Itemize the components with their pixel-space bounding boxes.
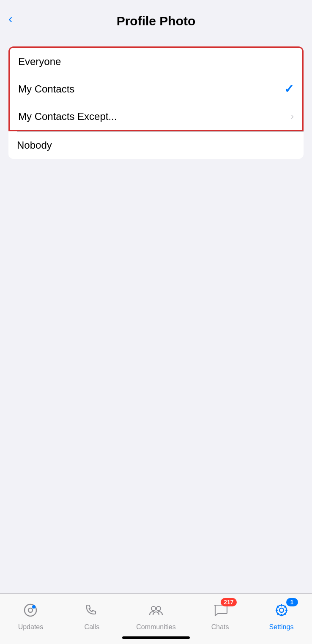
option-my-contacts-except[interactable]: My Contacts Except... ›: [10, 103, 302, 130]
tab-calls[interactable]: Calls: [75, 600, 109, 631]
chevron-right-icon: ›: [291, 111, 294, 122]
svg-point-1: [28, 608, 33, 612]
option-everyone[interactable]: Everyone: [10, 48, 302, 75]
home-indicator: [122, 636, 190, 639]
tab-updates-label: Updates: [18, 623, 44, 631]
chats-badge: 217: [221, 598, 236, 606]
highlighted-options-group: Everyone My Contacts ✓ My Contacts Excep…: [8, 46, 304, 131]
svg-point-4: [156, 606, 161, 611]
option-nobody[interactable]: Nobody: [8, 131, 304, 159]
tab-communities-label: Communities: [136, 623, 175, 631]
checkmark-icon: ✓: [284, 82, 294, 96]
tab-settings[interactable]: 1 Settings: [265, 600, 298, 631]
tab-settings-label: Settings: [269, 623, 294, 631]
svg-point-3: [151, 606, 156, 611]
back-button[interactable]: ‹: [8, 13, 12, 25]
svg-point-6: [276, 605, 287, 615]
settings-badge: 1: [286, 598, 298, 606]
updates-icon: [22, 602, 39, 619]
tab-updates[interactable]: Updates: [14, 600, 47, 631]
communities-icon: [148, 602, 164, 619]
page-title: Profile Photo: [117, 14, 196, 28]
header: ‹ Profile Photo: [0, 0, 312, 38]
option-my-contacts[interactable]: My Contacts ✓: [10, 75, 302, 103]
calls-icon: [83, 602, 100, 619]
extra-options-group: Nobody: [8, 131, 304, 159]
tab-communities[interactable]: Communities: [136, 600, 175, 631]
tab-chats-label: Chats: [211, 623, 229, 631]
tab-calls-label: Calls: [85, 623, 100, 631]
svg-point-2: [32, 605, 36, 609]
svg-point-5: [279, 608, 284, 612]
tab-chats[interactable]: 217 Chats: [203, 600, 237, 631]
